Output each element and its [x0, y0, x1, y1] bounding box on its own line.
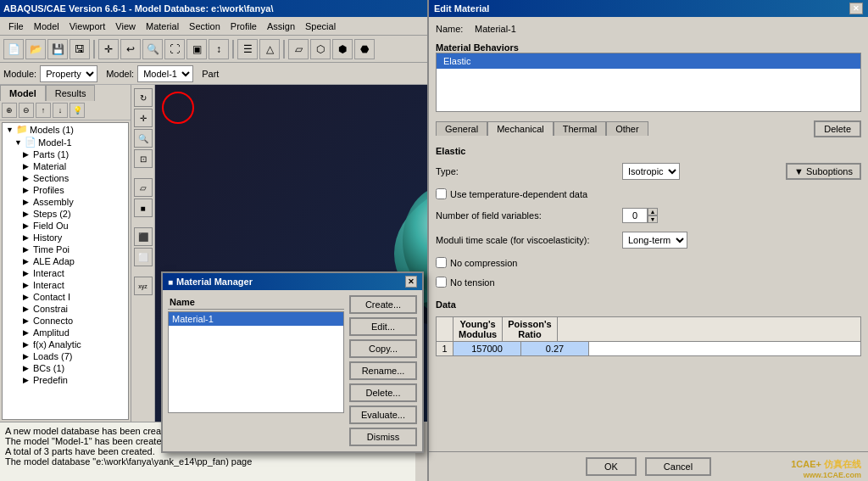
menu-special[interactable]: Special	[300, 20, 341, 33]
no-tension-checkbox[interactable]	[436, 277, 447, 288]
suboptions-button[interactable]: ▼ Suboptions	[786, 163, 861, 180]
tree-loads: ▶ Loads (7)	[3, 350, 128, 362]
tree-btn5[interactable]: 💡	[70, 103, 85, 118]
no-compression-checkbox[interactable]	[436, 257, 447, 268]
view2-btn[interactable]: △	[259, 39, 280, 59]
edit-material-close-icon[interactable]: ✕	[849, 3, 863, 14]
tab-model[interactable]: Model	[0, 85, 46, 101]
no-tension-row: No tension	[436, 277, 861, 288]
select-btn[interactable]: ▣	[186, 39, 207, 59]
cell-poisson[interactable]: 0.27	[521, 342, 589, 355]
tree-aleadap: ▶ ALE Adap	[3, 255, 128, 267]
tab-other[interactable]: Other	[606, 121, 648, 136]
tree-parts: ▶ Parts (1)	[3, 148, 128, 160]
tab-thermal[interactable]: Thermal	[554, 121, 606, 136]
menu-material[interactable]: Material	[141, 20, 184, 33]
name-label: Name:	[436, 24, 470, 34]
tree-interact1: ▶ Interact	[3, 267, 128, 279]
tree-constrai: ▶ Constrai	[3, 303, 128, 315]
evaluate-button[interactable]: Evaluate...	[349, 405, 417, 424]
tool-section1[interactable]: ⬛	[134, 227, 153, 246]
poisson-label: Poisson'sRatio	[508, 319, 552, 339]
tree-btn1[interactable]: ⊕	[2, 103, 17, 118]
mesh1-btn[interactable]: ▱	[288, 39, 309, 59]
mesh2-btn[interactable]: ⬡	[310, 39, 331, 59]
status-line-4: The model database "e:\work\fanya\yank_e…	[5, 456, 410, 467]
edit-button[interactable]: Edit...	[349, 317, 417, 336]
new-btn[interactable]: 📄	[3, 39, 24, 59]
temp-dependent-checkbox[interactable]	[436, 188, 447, 199]
tab-results[interactable]: Results	[46, 85, 96, 101]
spin-down[interactable]: ▼	[648, 215, 658, 223]
tool-fit[interactable]: ⊡	[134, 149, 153, 168]
field-vars-spin: ▲ ▼	[622, 208, 658, 223]
col-poisson: Poisson'sRatio	[503, 317, 558, 341]
tab-mechanical[interactable]: Mechanical	[487, 121, 554, 136]
no-tension-label: No tension	[450, 277, 495, 288]
edit-material-title-text: Edit Material	[434, 3, 489, 14]
tool-rotate[interactable]: ↻	[134, 88, 153, 107]
no-compression-label: No compression	[450, 258, 517, 268]
name-value: Material-1	[475, 24, 516, 34]
tool-pan[interactable]: ✛	[134, 109, 153, 127]
menu-model[interactable]: Model	[29, 20, 64, 33]
youngs-label: Young'sModulus	[459, 319, 497, 339]
material-list: Material-1	[168, 311, 344, 413]
move-btn[interactable]: ✛	[98, 39, 119, 59]
delete-mat-button[interactable]: Delete...	[349, 383, 417, 402]
zoom-btn[interactable]: 🔍	[142, 39, 163, 59]
tree-amplitud: ▶ Amplitud	[3, 327, 128, 338]
menu-assign[interactable]: Assign	[262, 20, 300, 33]
save-btn[interactable]: 💾	[47, 39, 68, 59]
tool-wire[interactable]: ▱	[134, 178, 153, 197]
menu-file[interactable]: File	[3, 20, 29, 33]
mesh4-btn[interactable]: ⬣	[354, 39, 375, 59]
rotate-btn[interactable]: ↕	[209, 39, 229, 59]
behavior-elastic[interactable]: Elastic	[437, 53, 860, 69]
type-select[interactable]: Isotropic	[622, 163, 680, 180]
tool-shade[interactable]: ■	[134, 199, 153, 217]
tree-btn3[interactable]: ↑	[36, 103, 51, 118]
delete-button[interactable]: Delete	[814, 120, 861, 137]
sep2	[232, 40, 234, 59]
save2-btn[interactable]: 🖫	[70, 39, 90, 59]
menu-section[interactable]: Section	[184, 20, 225, 33]
no-compression-row: No compression	[436, 257, 861, 268]
type-row: Type: Isotropic ▼ Suboptions	[436, 163, 861, 180]
cancel-button[interactable]: Cancel	[645, 457, 711, 476]
material-manager-title-text: Material Manager	[176, 277, 253, 287]
tool-section2[interactable]: ⬜	[134, 248, 153, 266]
tool-zoom3[interactable]: 🔍	[134, 129, 153, 148]
view1-btn[interactable]: ☰	[237, 39, 258, 59]
tab-general[interactable]: General	[436, 121, 487, 136]
copy-button[interactable]: Copy...	[349, 339, 417, 358]
menu-view[interactable]: View	[110, 20, 141, 33]
spin-up[interactable]: ▲	[648, 208, 658, 215]
cell-youngs[interactable]: 157000	[453, 342, 521, 355]
rename-button[interactable]: Rename...	[349, 361, 417, 380]
menu-viewport[interactable]: Viewport	[64, 20, 111, 33]
material-item-1[interactable]: Material-1	[169, 312, 343, 326]
model-select[interactable]: Model-1	[137, 65, 193, 82]
tree-profiles: ▶ Profiles	[3, 184, 128, 196]
tool-xyz[interactable]: xyz	[134, 277, 153, 295]
open-btn[interactable]: 📂	[25, 39, 46, 59]
tree-sections: ▶ Sections	[3, 172, 128, 184]
field-vars-input[interactable]	[622, 208, 648, 223]
module-select[interactable]: Property	[40, 65, 97, 82]
tree-btn2[interactable]: ⊖	[19, 103, 34, 118]
tree-btn4[interactable]: ↓	[53, 103, 68, 118]
undo-btn[interactable]: ↩	[120, 39, 141, 59]
left-panel: Model Results ⊕ ⊖ ↑ ↓ 💡 ▼ 📁 Models (1) ▼	[0, 85, 131, 422]
tree-steps: ▶ Steps (2)	[3, 208, 128, 220]
dismiss-button[interactable]: Dismiss	[349, 428, 417, 446]
zoom2-btn[interactable]: ⛶	[164, 39, 185, 59]
mesh3-btn[interactable]: ⬢	[332, 39, 353, 59]
ok-button[interactable]: OK	[586, 457, 637, 476]
menu-profile[interactable]: Profile	[225, 20, 262, 33]
create-button[interactable]: Create...	[349, 295, 417, 314]
sep1	[93, 40, 95, 59]
moduli-select[interactable]: Long-term	[622, 232, 687, 249]
material-manager-close-btn[interactable]: ✕	[405, 276, 417, 288]
col-youngs: Young'sModulus	[453, 317, 503, 341]
